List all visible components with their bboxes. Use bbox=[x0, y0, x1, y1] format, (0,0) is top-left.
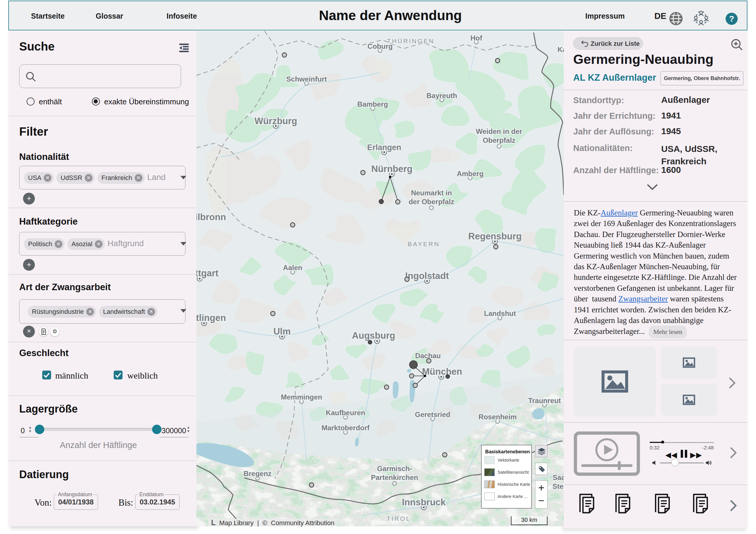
svg-text:Neumarkt in: Neumarkt in bbox=[411, 189, 452, 197]
svg-text:Ulm: Ulm bbox=[274, 326, 291, 337]
svg-text:Nürnberg: Nürnberg bbox=[371, 164, 413, 174]
svg-text:THÜRINGEN: THÜRINGEN bbox=[387, 38, 435, 44]
svg-text:Marktoberdorf: Marktoberdorf bbox=[322, 424, 370, 432]
svg-text:Heilbronn: Heilbronn bbox=[196, 212, 226, 222]
svg-text:Ingolstadt: Ingolstadt bbox=[405, 271, 449, 281]
svg-text:Bayreuth: Bayreuth bbox=[426, 92, 457, 99]
svg-text:Coburg: Coburg bbox=[367, 42, 392, 50]
svg-text:TIROL: TIROL bbox=[387, 515, 411, 522]
svg-text:Weiden in der: Weiden in der bbox=[476, 127, 523, 135]
svg-text:der Oberpfalz: der Oberpfalz bbox=[409, 198, 454, 206]
svg-text:Bregenz: Bregenz bbox=[244, 469, 272, 478]
svg-text:Aalen: Aalen bbox=[283, 264, 302, 271]
svg-text:Partenkirchen: Partenkirchen bbox=[371, 473, 418, 481]
svg-text:Augsburg: Augsburg bbox=[352, 330, 395, 341]
svg-text:Saal: Saal bbox=[553, 473, 564, 481]
svg-text:Kaufbeuren: Kaufbeuren bbox=[326, 409, 365, 417]
svg-text:Garmisch-: Garmisch- bbox=[377, 464, 412, 472]
svg-text:Stuttgart: Stuttgart bbox=[196, 268, 219, 278]
svg-text:Hof: Hof bbox=[471, 34, 482, 42]
svg-text:Würzburg: Würzburg bbox=[255, 116, 297, 126]
svg-text:Innsbruck: Innsbruck bbox=[402, 497, 446, 507]
svg-text:Memmingen: Memmingen bbox=[281, 393, 322, 401]
svg-text:Erlangen: Erlangen bbox=[367, 143, 401, 152]
svg-text:Geretsried: Geretsried bbox=[415, 410, 450, 418]
svg-text:Amberg: Amberg bbox=[457, 170, 484, 178]
svg-text:Traunreut: Traunreut bbox=[528, 397, 561, 405]
svg-text:Schweinfurt: Schweinfurt bbox=[286, 75, 327, 83]
svg-text:Ka: Ka bbox=[557, 45, 564, 53]
svg-text:Regensburg: Regensburg bbox=[468, 231, 522, 241]
svg-text:BAYERN: BAYERN bbox=[408, 240, 440, 247]
svg-text:München: München bbox=[422, 366, 462, 377]
svg-text:Rosenheim: Rosenheim bbox=[478, 413, 517, 421]
svg-text:Stein: Stein bbox=[553, 482, 564, 490]
svg-text:Landshut: Landshut bbox=[484, 309, 516, 317]
svg-text:Oberpfalz: Oberpfalz bbox=[483, 136, 516, 144]
svg-text:Reutlingen: Reutlingen bbox=[196, 313, 226, 323]
svg-text:Bamberg: Bamberg bbox=[357, 100, 388, 108]
